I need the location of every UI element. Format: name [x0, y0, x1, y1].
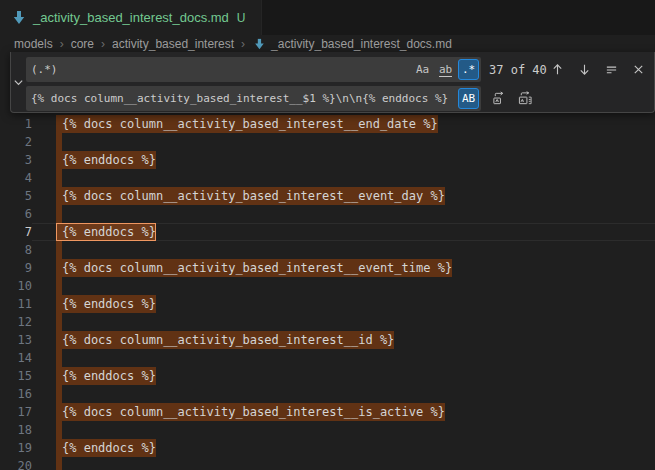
close-find-widget-button[interactable]: [628, 60, 648, 80]
replace-actions: [489, 89, 535, 109]
code-line-text: {% enddocs %}: [32, 439, 156, 457]
whole-word-toggle[interactable]: ab: [435, 59, 456, 80]
line-number[interactable]: 4: [0, 169, 32, 187]
code-line-text: [32, 205, 62, 223]
code-line-text: {% enddocs %}: [32, 367, 156, 385]
match-case-toggle[interactable]: Aa: [412, 59, 433, 80]
breadcrumb-item-models[interactable]: models: [14, 37, 53, 51]
code-line-text: {% docs column__activity_based_interest_…: [32, 331, 394, 349]
replace-row: {% docs column__activity_based_interest_…: [26, 86, 654, 111]
code-line[interactable]: 17{% docs column__activity_based_interes…: [0, 403, 655, 421]
code-line[interactable]: 2: [0, 133, 655, 151]
find-match-highlight: [56, 349, 62, 367]
code-line-text: {% docs column__activity_based_interest_…: [32, 403, 445, 421]
code-line-text: {% docs column__activity_based_interest_…: [32, 187, 445, 205]
code-line[interactable]: 5{% docs column__activity_based_interest…: [0, 187, 655, 205]
find-match-highlight: [56, 205, 62, 223]
code-line[interactable]: 1{% docs column__activity_based_interest…: [0, 115, 655, 133]
match-case-icon: Aa: [416, 63, 429, 76]
preserve-case-toggle[interactable]: AB: [458, 88, 479, 109]
find-match-highlight: {% docs column__activity_based_interest_…: [56, 403, 445, 421]
code-line[interactable]: 12: [0, 313, 655, 331]
find-match-highlight: [56, 133, 62, 151]
find-match-highlight: [56, 385, 62, 403]
line-number[interactable]: 13: [0, 331, 32, 349]
replace-button[interactable]: [489, 89, 509, 109]
line-number[interactable]: 12: [0, 313, 32, 331]
line-number[interactable]: 16: [0, 385, 32, 403]
code-line-text: [32, 385, 62, 403]
code-line[interactable]: 20: [0, 457, 655, 470]
code-line[interactable]: 15{% enddocs %}: [0, 367, 655, 385]
line-number[interactable]: 7: [0, 223, 32, 241]
find-match-highlight: {% enddocs %}: [56, 439, 156, 457]
code-line[interactable]: 10: [0, 277, 655, 295]
breadcrumb-item-core[interactable]: core: [71, 37, 94, 51]
line-number[interactable]: 9: [0, 259, 32, 277]
git-status-badge: U: [237, 11, 246, 25]
line-number[interactable]: 20: [0, 457, 32, 470]
line-number[interactable]: 3: [0, 151, 32, 169]
match-count: 37 of 40: [489, 63, 547, 77]
code-line[interactable]: 16: [0, 385, 655, 403]
find-options: Aa ab .*: [412, 59, 479, 80]
code-line-text: [32, 133, 62, 151]
find-replace-widget: (.*) Aa ab .* 37 of 40: [10, 52, 655, 113]
line-number[interactable]: 14: [0, 349, 32, 367]
code-line[interactable]: 14: [0, 349, 655, 367]
line-number[interactable]: 11: [0, 295, 32, 313]
line-number[interactable]: 18: [0, 421, 32, 439]
code-line[interactable]: 9{% docs column__activity_based_interest…: [0, 259, 655, 277]
line-number[interactable]: 15: [0, 367, 32, 385]
code-line-text: {% docs column__activity_based_interest_…: [32, 259, 452, 277]
code-line[interactable]: 4: [0, 169, 655, 187]
code-line[interactable]: 3{% enddocs %}: [0, 151, 655, 169]
find-match-highlight: {% enddocs %}: [56, 295, 156, 313]
find-row: (.*) Aa ab .* 37 of 40: [26, 57, 654, 82]
breadcrumb-item-activity-based-interest[interactable]: activity_based_interest: [112, 37, 234, 51]
code-line[interactable]: 7{% enddocs %}: [0, 223, 655, 241]
line-number[interactable]: 2: [0, 133, 32, 151]
editor[interactable]: (.*) Aa ab .* 37 of 40: [0, 52, 655, 470]
find-input[interactable]: (.*) Aa ab .*: [26, 57, 481, 82]
code-area[interactable]: 1{% docs column__activity_based_interest…: [0, 52, 655, 470]
code-line[interactable]: 13{% docs column__activity_based_interes…: [0, 331, 655, 349]
code-line-text: {% enddocs %}: [32, 295, 156, 313]
code-line[interactable]: 8: [0, 241, 655, 259]
previous-match-button[interactable]: [547, 60, 567, 80]
code-line[interactable]: 11{% enddocs %}: [0, 295, 655, 313]
next-match-button[interactable]: [574, 60, 594, 80]
line-number[interactable]: 6: [0, 205, 32, 223]
markdown-file-icon: [12, 11, 26, 25]
tab-title: _activity_based_interest_docs.md: [33, 10, 229, 25]
tab-bar: _activity_based_interest_docs.md U: [0, 0, 655, 35]
find-match-highlight: {% docs column__activity_based_interest_…: [56, 187, 445, 205]
chevron-down-icon: [13, 77, 24, 88]
line-number[interactable]: 17: [0, 403, 32, 421]
find-match-highlight: [56, 241, 62, 259]
code-line-text: {% enddocs %}: [32, 151, 156, 169]
code-line[interactable]: 19{% enddocs %}: [0, 439, 655, 457]
current-find-match: {% enddocs %}: [56, 223, 156, 241]
code-line[interactable]: 6: [0, 205, 655, 223]
line-number[interactable]: 5: [0, 187, 32, 205]
code-line[interactable]: 18: [0, 421, 655, 439]
regex-toggle[interactable]: .*: [458, 59, 479, 80]
find-match-highlight: {% enddocs %}: [56, 367, 156, 385]
editor-tab[interactable]: _activity_based_interest_docs.md U: [0, 0, 262, 35]
find-in-selection-button[interactable]: [601, 60, 621, 80]
replace-input[interactable]: {% docs column__activity_based_interest_…: [26, 86, 481, 111]
code-line-text: {% enddocs %}: [32, 223, 156, 241]
find-input-value: (.*): [31, 63, 58, 76]
line-number[interactable]: 19: [0, 439, 32, 457]
find-match-highlight: [56, 457, 62, 470]
toggle-replace-button[interactable]: [11, 52, 26, 112]
replace-all-button[interactable]: [515, 89, 535, 109]
breadcrumb-separator: ›: [101, 37, 105, 51]
line-number[interactable]: 8: [0, 241, 32, 259]
code-line-text: [32, 457, 62, 470]
line-number[interactable]: 1: [0, 115, 32, 133]
line-number[interactable]: 10: [0, 277, 32, 295]
find-match-highlight: [56, 313, 62, 331]
breadcrumb-item-file[interactable]: _activity_based_interest_docs.md: [252, 37, 452, 51]
